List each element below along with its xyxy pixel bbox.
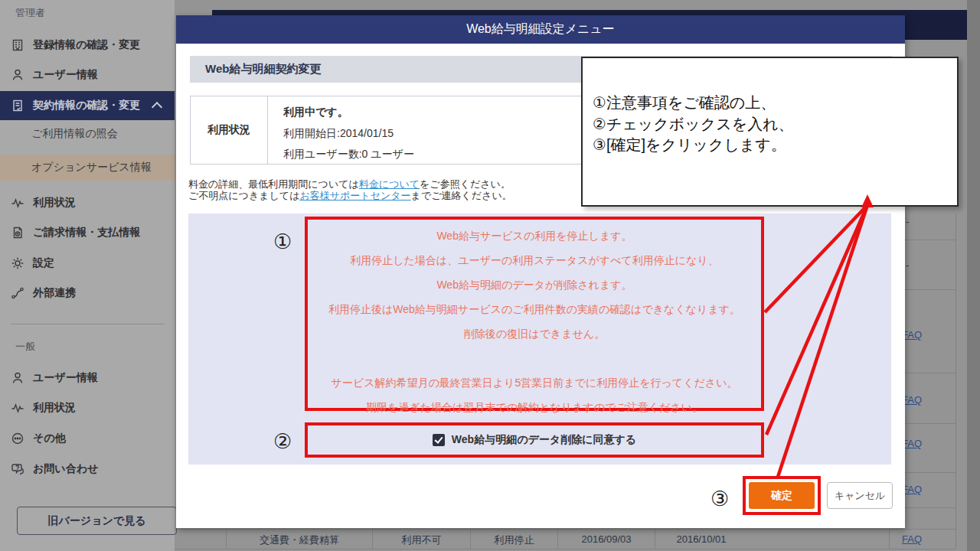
sidebar-item-billing[interactable]: ご請求情報・支払情報 [0,220,175,246]
sidebar-item-label: ご請求情報・支払情報 [33,226,140,240]
bg-cell-status: 利用停止 [471,533,557,547]
usage-table-header: 利用状況 [191,96,268,164]
chevron-up-icon [152,102,162,112]
sidebar-item-settings[interactable]: 設定 [0,250,175,276]
question-chat-icon [11,462,24,476]
cancel-button[interactable]: キャンセル [827,482,893,509]
faq-link[interactable]: FAQ [902,533,922,545]
warning-line: 利用停止した場合は、ユーザーの利用ステータスがすべて利用停止になり、 [308,248,761,272]
sidebar-item-other[interactable]: その他 [0,425,175,452]
bg-row-border [905,507,956,508]
sidebar-item-contract[interactable]: 契約情報の確認・変更 [0,91,175,120]
bg-row-border [905,240,956,240]
note-text: までご連絡ください。 [411,190,512,201]
warning-line: Web給与サービスの利用を停止します。 [308,223,761,248]
bg-cell-date2: 2016/10/01 [655,533,747,545]
instruction-line-3: ③[確定]をクリックします。 [593,135,794,156]
instruction-text: ①注意事項をご確認の上、 ②チェックボックスを入れ、 ③[確定]をクリックします… [593,93,794,156]
bg-table-border [889,529,890,549]
sidebar-item-external[interactable]: 外部連携 [0,280,175,306]
warning-line: サービス解約希望月の最終営業日より5営業日前までに利用停止を行ってください。 [308,370,761,395]
modal-section-title: Web給与明細契約変更 [205,62,321,77]
warning-line: 削除後の復旧はできません。 [308,321,761,346]
sidebar-subitem-option-service[interactable]: オプションサービス情報 [0,155,175,181]
bg-row-border [905,472,956,473]
sidebar: 管理者 登録情報の確認・変更 ユーザー情報 契約情 [0,0,175,551]
bg-table-border [956,214,956,549]
step-1-marker: ① [273,231,292,253]
warning-line [308,346,761,370]
bg-row-border [905,423,956,424]
warning-text: Web給与サービスの利用を停止します。 利用停止した場合は、ユーザーの利用ステー… [308,220,761,419]
note-text: をご参照ください。 [420,178,511,190]
sidebar-item-general-user-info[interactable]: ユーザー情報 [0,365,175,391]
fee-link[interactable]: 料金について [359,178,420,190]
sidebar-section-general: 一般 [15,340,35,354]
warning-line: 期限を過ぎた場合は翌月末での解約となりますのでご注意ください。 [308,395,761,419]
invoice-icon [11,226,24,240]
sidebar-subitem-label: オプションサービス情報 [31,161,152,174]
background-right-strip [967,0,980,551]
bg-cell-dash: - [906,216,909,227]
warning-line: Web給与明細のデータが削除されます。 [308,272,761,297]
note-text: 料金の詳細、最低利用期間については [188,178,359,190]
pulse-icon [11,401,24,415]
bg-row-border [905,373,956,373]
support-center-link[interactable]: お客様サポートセンター [299,190,410,201]
sidebar-divider [11,324,164,324]
agree-highlight-box: Web給与明細のデータ削除に同意する [305,422,764,458]
sidebar-item-label: ユーザー情報 [33,371,98,385]
sidebar-item-label: 利用状況 [33,196,76,210]
sidebar-subitem-usage-inquiry[interactable]: ご利用情報の照会 [0,121,175,147]
instruction-line-2: ②チェックボックスを入れ、 [593,114,794,135]
sidebar-item-user-info[interactable]: ユーザー情報 [0,62,175,88]
integration-icon [11,286,24,300]
bg-row-border [175,549,956,549]
user-icon [11,371,24,385]
sidebar-item-label: 設定 [33,256,54,270]
sidebar-item-label: 外部連携 [33,286,76,300]
step-2-marker: ② [273,431,292,452]
instruction-callout-box: ①注意事項をご確認の上、 ②チェックボックスを入れ、 ③[確定]をクリックします… [581,57,959,207]
confirm-button[interactable]: 確定 [749,482,815,509]
step-3-marker: ③ [710,488,729,510]
sidebar-item-label: 契約情報の確認・変更 [33,99,140,112]
sidebar-item-label: 利用状況 [33,401,76,415]
old-version-button[interactable]: 旧バージョンで見る [17,507,177,535]
bg-cell-availability: 利用不可 [373,533,470,547]
screen: - - FAQ FAQ FAQ FAQ 交通費・経費精算 利用不可 利用停止 2… [0,0,980,551]
sidebar-item-label: ユーザー情報 [33,68,98,82]
modal-title-bar: Web給与明細設定メニュー [176,15,905,44]
bg-row-border [175,529,956,530]
gear-icon [11,256,24,270]
sidebar-item-registration[interactable]: 登録情報の確認・変更 [0,32,175,58]
sidebar-item-general-usage[interactable]: 利用状況 [0,395,175,421]
bg-cell-service: 交通費・経費精算 [227,533,372,547]
note-text: ご不明点につきましては [188,190,299,201]
sidebar-item-usage[interactable]: 利用状況 [0,190,175,216]
sidebar-item-label: 登録情報の確認・変更 [33,38,140,52]
sidebar-item-label: その他 [33,432,66,445]
sidebar-item-label: お問い合わせ [33,462,98,476]
agree-checkbox-label: Web給与明細のデータ削除に同意する [452,433,636,447]
bg-cell-date1: 2016/09/03 [558,533,655,545]
instruction-line-1: ①注意事項をご確認の上、 [593,93,794,114]
sidebar-section-admin: 管理者 [15,6,45,20]
sidebar-item-contact[interactable]: お問い合わせ [0,456,175,482]
agree-checkbox[interactable] [433,434,445,446]
user-icon [11,68,24,82]
warning-line: 利用停止後はWeb給与明細サービスのご利用件数の実績の確認はできなくなります。 [308,297,761,321]
sidebar-subitem-label: ご利用情報の照会 [31,127,118,141]
modal-title: Web給与明細設定メニュー [466,21,615,37]
pulse-icon [11,196,24,210]
bg-row-border [905,289,956,290]
ellipsis-circle-icon [11,432,24,445]
contract-icon [11,99,24,112]
bg-cell-dash: - [906,259,909,271]
warning-highlight-box: Web給与サービスの利用を停止します。 利用停止した場合は、ユーザーの利用ステー… [305,217,764,411]
building-icon [11,38,24,52]
